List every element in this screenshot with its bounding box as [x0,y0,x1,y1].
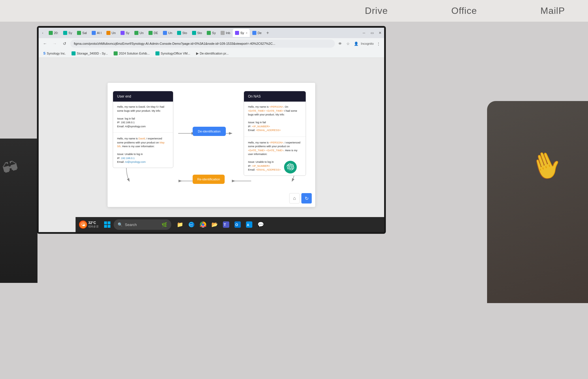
de-identification-button[interactable]: De-identification [193,127,226,136]
taskbar-edge-icon[interactable] [186,219,197,230]
tab-icon-1 [63,31,67,35]
tab-bar: ‹ 20: Sy Sal Al I [39,28,384,38]
new-tab-button[interactable]: + [264,29,271,36]
taskbar-teams-icon[interactable]: T [221,219,231,230]
person-right-silhouette [487,101,588,303]
bookmark-2[interactable]: 2024 Solution Exhib... [111,51,152,56]
user-top-text: Hello, my name is David. On May 5 I had … [113,102,173,133]
chatgpt-icon [284,161,297,173]
profile-icon[interactable]: 👤 [353,40,360,47]
tab-13[interactable]: Sy × [233,29,250,37]
office-label: Office [451,5,477,16]
tab-icon-8 [163,31,167,35]
bookmark-1[interactable]: Storage_3400D - Sy... [69,51,110,56]
maximize-button[interactable]: ▭ [369,30,375,36]
tab-icon-3 [92,31,96,35]
bookmark-4-icon: ▶ [196,51,199,55]
user-end-header: User end [113,91,173,102]
tab-icon-13 [235,31,239,35]
taskbar-files-icon[interactable]: 📁 [175,219,185,230]
svg-rect-4 [104,221,107,224]
bookmark-3[interactable]: SynologyOffice VM... [153,51,193,56]
minimize-button[interactable]: ─ [361,30,367,36]
tab-4[interactable]: Un [104,29,118,37]
taskbar-outlook-icon[interactable]: O [232,219,243,230]
eye-icon[interactable]: 👁 [337,40,343,47]
tab-11[interactable]: Sy [204,29,218,37]
taskbar-chrome-icon[interactable] [198,219,208,230]
nas-bottom-text: Hello, my name is <PERSON>. I experience… [244,137,306,176]
tab-7[interactable]: DE [146,29,160,37]
taskbar-search[interactable]: 🔍 Search 🌿 [114,219,171,230]
bookmark-3-icon [155,51,159,55]
drive-label: Drive [365,5,388,16]
tab-12[interactable]: Inb [218,29,232,37]
monitor: ‹ 20: Sy Sal Al I [37,26,386,234]
taskbar-chat-icon[interactable]: 💬 [256,219,266,230]
on-nas-header: On NAS [244,91,306,102]
taskbar-plant-icon: 🌿 [161,222,167,227]
start-button[interactable] [102,219,112,230]
browser-chrome: ‹ 20: Sy Sal Al I [39,28,384,58]
back-button[interactable]: ← [41,40,49,48]
bookmarks-bar: S Synology Inc. Storage_3400D - Sy... 20… [39,49,384,58]
tab-3[interactable]: Al I [89,29,104,37]
figma-toolbar: ⌂ ↻ [289,193,312,203]
incognito-label: Incognito [361,42,374,45]
home-button[interactable]: ⌂ [289,193,300,203]
taskbar: 🌤 32°C 晴時多雲 🔍 Search 🌿 [76,217,384,232]
tab-6[interactable]: Un [132,29,146,37]
tab-1[interactable]: Sy [61,29,74,37]
mailp-label: MailP [540,5,565,16]
address-icons: 👁 ☆ 👤 Incognito ⋮ [337,40,382,47]
re-identification-button[interactable]: Re-identification [193,175,225,184]
tab-9[interactable]: Sto [175,29,189,37]
tab-icon-0 [49,31,53,35]
tab-icon-7 [149,31,153,35]
refresh-button[interactable]: ↻ [301,193,312,203]
tab-2[interactable]: Sal [75,29,89,37]
bookmark-0[interactable]: S Synology Inc. [41,51,68,56]
tab-icon-5 [121,31,125,35]
svg-text:O: O [235,223,238,227]
forward-button[interactable]: → [51,40,59,48]
taskbar-apps: 📁 📂 [175,219,266,230]
bookmark-0-icon: S [43,51,46,55]
tab-10[interactable]: Sto [190,29,204,37]
browser-content: User end Hello, my name is David. On May… [39,58,384,232]
menu-icon[interactable]: ⋮ [375,40,382,47]
bookmark-1-icon [72,51,76,55]
taskbar-search-text: Search [125,223,137,227]
reload-button[interactable]: ↺ [61,40,69,48]
top-bar: Drive Office MailP [0,0,588,22]
tab-8[interactable]: Un [161,29,174,37]
tab-14[interactable]: De [250,29,264,37]
taskbar-explorer-icon[interactable]: 📂 [209,219,220,230]
tab-icon-2 [77,31,81,35]
svg-rect-6 [104,225,107,228]
monitor-screen: ‹ 20: Sy Sal Al I [39,28,384,232]
tab-0[interactable]: 20: [46,29,61,37]
weather-widget[interactable]: 🌤 32°C 晴時多雲 [79,221,99,229]
weather-icon: 🌤 [79,221,87,229]
on-nas-panel: On NAS Hello, my name is <PERSON>. On <D… [244,91,306,176]
tab-icon-14 [252,31,256,35]
tab-13-close[interactable]: × [246,31,247,35]
svg-rect-7 [108,225,110,228]
nas-top-text: Hello, my name is <PERSON>. On <DATE_TIM… [244,102,306,137]
bookmark-4[interactable]: ▶ De-identification pr... [194,51,231,56]
taskbar-azure-icon[interactable]: A [244,219,254,230]
close-button[interactable]: ✕ [377,30,383,36]
address-input[interactable] [70,40,335,48]
tab-list-back[interactable]: ‹ [40,30,46,36]
taskbar-search-icon: 🔍 [118,222,123,227]
svg-rect-5 [108,221,110,224]
tab-icon-6 [134,31,138,35]
tab-5[interactable]: Sy [118,29,132,37]
figma-canvas: User end Hello, my name is David. On May… [108,83,315,207]
star-icon[interactable]: ☆ [345,40,352,47]
svg-text:T: T [224,223,226,227]
tab-icon-10 [192,31,196,35]
address-bar: ← → ↺ 👁 ☆ 👤 Incognito ⋮ [39,38,384,49]
tab-icon-4 [106,31,110,35]
